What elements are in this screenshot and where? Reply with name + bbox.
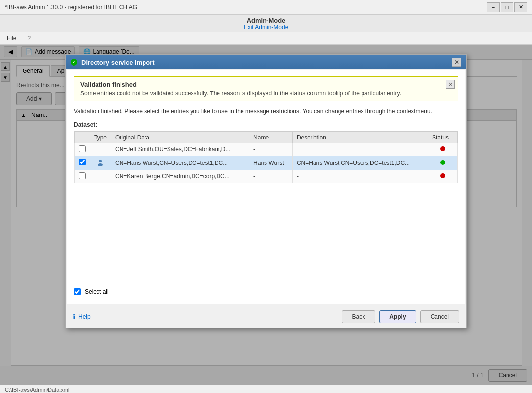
banner-close-button[interactable]: ✕ <box>446 80 455 89</box>
select-all-row: Select all <box>74 285 458 298</box>
row1-original-data-cell: CN=Jeff Smith,OU=Sales,DC=Fabrikam,D... <box>111 143 249 156</box>
window-close-button[interactable]: ✕ <box>514 2 527 12</box>
dialog-title-left: Directory service import <box>71 59 155 66</box>
data-table: Type Original Data Name Description Stat… <box>74 132 458 183</box>
row2-name-cell: Hans Wurst <box>249 156 293 170</box>
select-all-checkbox[interactable] <box>74 288 81 295</box>
footer-left: ℹ Help <box>73 313 91 321</box>
data-table-container: Type Original Data Name Description Stat… <box>74 131 458 280</box>
header-description-col: Description <box>292 132 428 143</box>
header-original-data-col: Original Data <box>111 132 249 143</box>
exit-admin-mode-link[interactable]: Exit Admin-Mode <box>244 24 289 31</box>
dialog-title-bar: Directory service import ✕ <box>66 55 466 69</box>
maximize-button[interactable]: □ <box>501 2 513 12</box>
validation-banner: Validation finished Some entries could n… <box>74 76 458 101</box>
row3-name-cell: - <box>249 170 293 183</box>
row2-checkbox[interactable] <box>79 159 86 165</box>
footer-right: Back Apply Cancel <box>342 310 459 323</box>
row3-description-cell: - <box>292 170 428 183</box>
help-circle-icon: ℹ <box>73 313 75 321</box>
table-header-row: Type Original Data Name Description Stat… <box>75 132 458 143</box>
admin-mode-title: Admin-Mode <box>0 17 532 24</box>
row3-type-cell <box>90 170 111 183</box>
back-button[interactable]: Back <box>342 310 376 323</box>
svg-point-0 <box>99 160 102 162</box>
help-menu[interactable]: ? <box>25 34 33 43</box>
dialog-body: Validation finished Some entries could n… <box>67 70 465 304</box>
row1-checkbox-cell <box>75 143 90 156</box>
cancel-button[interactable]: Cancel <box>420 310 459 323</box>
admin-bar: Admin-Mode Exit Admin-Mode <box>0 15 532 32</box>
row3-checkbox-cell <box>75 170 90 183</box>
table-row: CN=Karen Berge,CN=admin,DC=corp,DC... - … <box>75 170 458 183</box>
row2-status-cell <box>428 156 458 170</box>
row1-type-cell <box>90 143 111 156</box>
banner-title: Validation finished <box>80 81 443 88</box>
row1-checkbox[interactable] <box>79 145 86 152</box>
title-bar-buttons: − □ ✕ <box>487 2 527 12</box>
dialog-footer: ℹ Help Back Apply Cancel <box>66 305 466 328</box>
row1-status-dot <box>440 146 445 151</box>
row2-status-dot <box>440 160 445 165</box>
row2-checkbox-cell <box>75 156 90 170</box>
row3-checkbox[interactable] <box>79 172 86 179</box>
dialog-title: Directory service import <box>81 59 155 66</box>
user-type-icon <box>96 158 105 167</box>
apply-button[interactable]: Apply <box>379 310 416 323</box>
row1-status-cell <box>428 143 458 156</box>
row1-name-cell: - <box>249 143 293 156</box>
success-icon <box>71 59 77 66</box>
header-status-col: Status <box>428 132 458 143</box>
row2-type-cell <box>90 156 111 170</box>
row2-original-data-cell: CN=Hans Wurst,CN=Users,DC=test1,DC... <box>111 156 249 170</box>
row3-original-data-cell: CN=Karen Berge,CN=admin,DC=corp,DC... <box>111 170 249 183</box>
header-checkbox-col <box>75 132 90 143</box>
window-title: *IBI-aws Admin 1.30.0 - registered for I… <box>5 4 137 11</box>
dataset-label: Dataset: <box>74 121 458 128</box>
row1-description-cell <box>292 143 428 156</box>
validation-description: Validation finished. Please select the e… <box>74 107 458 116</box>
row2-description-cell: CN=Hans Wurst,CN=Users,DC=test1,DC... <box>292 156 428 170</box>
status-path: C:\IBI-aws\Admin\Data.xml <box>5 387 69 393</box>
banner-text: Some entries could not be validated succ… <box>80 90 443 97</box>
header-type-col: Type <box>90 132 111 143</box>
file-menu[interactable]: File <box>5 34 18 43</box>
table-row: CN=Jeff Smith,OU=Sales,DC=Fabrikam,D... … <box>75 143 458 156</box>
dialog-close-button[interactable]: ✕ <box>452 58 461 67</box>
dialog-overlay: Directory service import ✕ Validation fi… <box>0 45 532 385</box>
directory-service-dialog: Directory service import ✕ Validation fi… <box>65 54 467 328</box>
app-area: ◀ 📄 Add message 🌐 Language [De... ▲ ▼ Ge… <box>0 45 532 385</box>
minimize-button[interactable]: − <box>487 2 500 12</box>
help-link[interactable]: Help <box>78 313 91 320</box>
status-bar: C:\IBI-aws\Admin\Data.xml <box>0 385 532 393</box>
menu-bar: File ? <box>0 32 532 45</box>
row3-status-cell <box>428 170 458 183</box>
row3-status-dot <box>440 173 445 178</box>
svg-point-1 <box>98 163 103 166</box>
table-row: CN=Hans Wurst,CN=Users,DC=test1,DC... Ha… <box>75 156 458 170</box>
select-all-label: Select all <box>85 288 109 295</box>
header-name-col: Name <box>249 132 293 143</box>
title-bar: *IBI-aws Admin 1.30.0 - registered for I… <box>0 0 532 15</box>
